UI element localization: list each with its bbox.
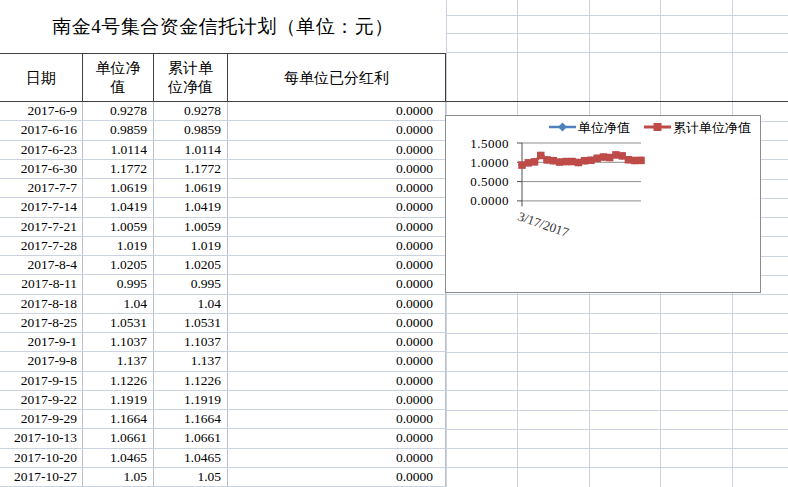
cell-cum-nav[interactable]: 1.0465 [154, 449, 228, 468]
cell-date[interactable]: 2017-7-21 [0, 218, 83, 237]
cell-dividend[interactable]: 0.0000 [228, 295, 446, 314]
cell-dividend[interactable]: 0.0000 [228, 468, 446, 487]
cell-date[interactable]: 2017-9-22 [0, 391, 83, 410]
cell-unit-nav[interactable]: 1.05 [83, 468, 154, 487]
table-row: 2017-9-221.19191.19190.0000 [0, 391, 446, 410]
cell-cum-nav[interactable]: 1.0059 [154, 218, 228, 237]
table-row: 2017-9-291.16641.16640.0000 [0, 410, 446, 429]
cell-unit-nav[interactable]: 1.0059 [83, 218, 154, 237]
cell-dividend[interactable]: 0.0000 [228, 237, 446, 256]
cell-unit-nav[interactable]: 0.9859 [83, 121, 154, 140]
cell-unit-nav[interactable]: 1.0205 [83, 256, 154, 275]
cell-unit-nav[interactable]: 1.1664 [83, 410, 154, 429]
cell-date[interactable]: 2017-8-25 [0, 314, 83, 333]
cell-cum-nav[interactable]: 1.0531 [154, 314, 228, 333]
table-row: 2017-6-90.92780.92780.0000 [0, 102, 446, 121]
cell-cum-nav[interactable]: 1.137 [154, 352, 228, 371]
cell-dividend[interactable]: 0.0000 [228, 449, 446, 468]
cell-dividend[interactable]: 0.0000 [228, 102, 446, 121]
table-row: 2017-10-271.051.050.0000 [0, 468, 446, 487]
cell-date[interactable]: 2017-8-11 [0, 275, 83, 294]
table-row: 2017-9-81.1371.1370.0000 [0, 352, 446, 371]
cell-cum-nav[interactable]: 1.1037 [154, 333, 228, 352]
cell-cum-nav[interactable]: 1.1226 [154, 372, 228, 391]
cell-date[interactable]: 2017-6-9 [0, 102, 83, 121]
cell-dividend[interactable]: 0.0000 [228, 141, 446, 160]
cell-dividend[interactable]: 0.0000 [228, 160, 446, 179]
header-date[interactable]: 日期 [0, 54, 83, 102]
cell-date[interactable]: 2017-6-16 [0, 121, 83, 140]
y-tick-label: 0.0000 [470, 193, 509, 208]
nav-chart[interactable]: 1.50001.00000.50000.00003/17/2017单位净值累计单… [445, 115, 761, 293]
cell-dividend[interactable]: 0.0000 [228, 429, 446, 448]
cell-unit-nav[interactable]: 1.0661 [83, 429, 154, 448]
legend-label: 单位净值 [578, 120, 630, 135]
cell-cum-nav[interactable]: 0.9278 [154, 102, 228, 121]
cell-date[interactable]: 2017-10-27 [0, 468, 83, 487]
y-tick-label: 1.0000 [470, 155, 509, 170]
cell-date[interactable]: 2017-6-23 [0, 141, 83, 160]
header-cum-nav[interactable]: 累计单 位净值 [154, 54, 228, 102]
spreadsheet: 南金4号集合资金信托计划（单位：元） 日期 单位净 值 累计单 位净值 每单位已… [0, 0, 788, 487]
cell-cum-nav[interactable]: 1.0114 [154, 141, 228, 160]
cell-date[interactable]: 2017-7-28 [0, 237, 83, 256]
table-row: 2017-7-281.0191.0190.0000 [0, 237, 446, 256]
cell-unit-nav[interactable]: 0.9278 [83, 102, 154, 121]
cell-date[interactable]: 2017-9-8 [0, 352, 83, 371]
cell-date[interactable]: 2017-10-20 [0, 449, 83, 468]
cell-date[interactable]: 2017-10-13 [0, 429, 83, 448]
cell-dividend[interactable]: 0.0000 [228, 391, 446, 410]
cell-unit-nav[interactable]: 1.019 [83, 237, 154, 256]
cell-unit-nav[interactable]: 1.1919 [83, 391, 154, 410]
cell-dividend[interactable]: 0.0000 [228, 275, 446, 294]
cell-cum-nav[interactable]: 1.04 [154, 295, 228, 314]
cell-unit-nav[interactable]: 1.0531 [83, 314, 154, 333]
cell-cum-nav[interactable]: 1.1919 [154, 391, 228, 410]
cell-cum-nav[interactable]: 1.019 [154, 237, 228, 256]
cell-unit-nav[interactable]: 1.1226 [83, 372, 154, 391]
cell-date[interactable]: 2017-9-15 [0, 372, 83, 391]
cell-cum-nav[interactable]: 1.0205 [154, 256, 228, 275]
cell-cum-nav[interactable]: 1.1772 [154, 160, 228, 179]
cell-unit-nav[interactable]: 1.0465 [83, 449, 154, 468]
cell-dividend[interactable]: 0.0000 [228, 256, 446, 275]
cell-dividend[interactable]: 0.0000 [228, 314, 446, 333]
sheet-title: 南金4号集合资金信托计划（单位：元） [52, 14, 394, 40]
cell-cum-nav[interactable]: 1.0419 [154, 198, 228, 217]
cell-unit-nav[interactable]: 1.0114 [83, 141, 154, 160]
cell-cum-nav[interactable]: 1.0619 [154, 179, 228, 198]
cell-dividend[interactable]: 0.0000 [228, 179, 446, 198]
cell-cum-nav[interactable]: 0.995 [154, 275, 228, 294]
cell-unit-nav[interactable]: 1.1037 [83, 333, 154, 352]
cell-dividend[interactable]: 0.0000 [228, 352, 446, 371]
cell-cum-nav[interactable]: 1.05 [154, 468, 228, 487]
cell-unit-nav[interactable]: 1.1772 [83, 160, 154, 179]
cell-dividend[interactable]: 0.0000 [228, 372, 446, 391]
cell-date[interactable]: 2017-8-4 [0, 256, 83, 275]
table-row: 2017-7-141.04191.04190.0000 [0, 198, 446, 217]
cell-date[interactable]: 2017-6-30 [0, 160, 83, 179]
cell-cum-nav[interactable]: 0.9859 [154, 121, 228, 140]
cell-dividend[interactable]: 0.0000 [228, 121, 446, 140]
legend-item: 累计单位净值 [644, 120, 751, 135]
sheet-title-cell[interactable]: 南金4号集合资金信托计划（单位：元） [0, 0, 446, 53]
cell-cum-nav[interactable]: 1.0661 [154, 429, 228, 448]
cell-date[interactable]: 2017-7-7 [0, 179, 83, 198]
header-unit-nav[interactable]: 单位净 值 [83, 54, 154, 102]
cell-dividend[interactable]: 0.0000 [228, 198, 446, 217]
cell-unit-nav[interactable]: 1.137 [83, 352, 154, 371]
cell-cum-nav[interactable]: 1.1664 [154, 410, 228, 429]
cell-date[interactable]: 2017-9-29 [0, 410, 83, 429]
cell-date[interactable]: 2017-7-14 [0, 198, 83, 217]
cell-dividend[interactable]: 0.0000 [228, 333, 446, 352]
cell-unit-nav[interactable]: 1.0619 [83, 179, 154, 198]
cell-unit-nav[interactable]: 1.0419 [83, 198, 154, 217]
legend-item: 单位净值 [549, 120, 630, 135]
header-dividend[interactable]: 每单位已分红利 [228, 54, 446, 102]
cell-date[interactable]: 2017-9-1 [0, 333, 83, 352]
cell-unit-nav[interactable]: 1.04 [83, 295, 154, 314]
cell-dividend[interactable]: 0.0000 [228, 410, 446, 429]
cell-unit-nav[interactable]: 0.995 [83, 275, 154, 294]
cell-dividend[interactable]: 0.0000 [228, 218, 446, 237]
cell-date[interactable]: 2017-8-18 [0, 295, 83, 314]
